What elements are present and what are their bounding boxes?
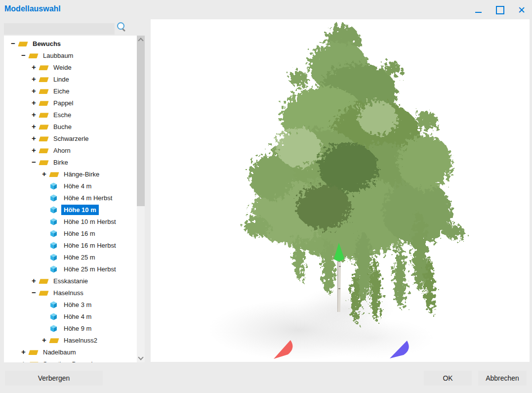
tree-item-höhe-3-m[interactable]: Höhe 3 m: [4, 299, 137, 310]
scrollbar-up-button[interactable]: [137, 36, 145, 44]
model-cube-icon: [50, 242, 58, 249]
minimize-button[interactable]: [471, 3, 486, 16]
window-controls: ✕: [471, 3, 529, 17]
chevron-down-icon: [138, 354, 143, 360]
tree-item-label: Höhe 3 m: [61, 300, 94, 310]
tree-scrollbar[interactable]: [137, 36, 145, 362]
model-cube-icon: [50, 194, 58, 201]
tree-item-label: Birke: [51, 157, 71, 168]
folder-icon: [39, 113, 48, 118]
maximize-button[interactable]: [492, 3, 507, 16]
folder-icon: [39, 89, 48, 94]
folder-icon: [39, 279, 48, 284]
tree-item-label: Höhe 25 m: [61, 252, 98, 262]
tree-item-höhe-4-m-herbst[interactable]: Höhe 4 m Herbst: [4, 192, 137, 204]
tree-item-label: Höhe 16 m: [61, 228, 98, 239]
folder-icon: [39, 125, 48, 130]
tree-item-label: Haselnuss2: [61, 335, 100, 346]
tree-item-label: Linde: [51, 74, 72, 85]
folder-icon: [18, 42, 28, 46]
scrollbar-thumb[interactable]: [137, 44, 145, 206]
tree-item-label: Haselnuss: [51, 288, 86, 298]
tree-item-laubbaum[interactable]: − Laubbaum: [4, 49, 137, 61]
folder-icon: [49, 172, 59, 177]
tree-item-haselnuss2[interactable]: + Haselnuss2: [4, 334, 137, 346]
model-cube-icon: [50, 265, 58, 272]
tree-item-label: Bewuchs: [30, 39, 63, 49]
tree-item-höhe-25-m-herbst[interactable]: Höhe 25 m Herbst: [4, 263, 137, 275]
model-cube-icon: [50, 230, 58, 237]
model-cube-icon: [50, 254, 58, 261]
tree-item-label: Höhe 10 m Herbst: [61, 217, 119, 227]
model-cube-icon: [50, 325, 58, 332]
tree-item-pappel[interactable]: + Pappel: [4, 97, 137, 109]
cancel-button[interactable]: Abbrechen: [478, 371, 527, 386]
tree-item-höhe-9-m[interactable]: Höhe 9 m: [4, 322, 137, 334]
tree-item-hänge-birke[interactable]: + Hänge-Birke: [4, 168, 137, 180]
search-icon[interactable]: [117, 22, 127, 32]
tree-item-label: Höhe 9 m: [61, 323, 94, 334]
model-tree-panel: − Bewuchs − Laubbaum + Weide + Linde + E…: [4, 36, 145, 362]
close-icon: ✕: [518, 5, 526, 15]
tree-item-höhe-16-m[interactable]: Höhe 16 m: [4, 227, 137, 239]
model-preview-3d: [151, 19, 530, 362]
folder-icon: [49, 338, 59, 343]
tree-item-label: Höhe 4 m Herbst: [61, 193, 115, 203]
tree-item-label: Eiche: [51, 86, 72, 96]
tree-item-höhe-10-m[interactable]: Höhe 10 m: [4, 204, 137, 216]
tree-item-label: Sonstiger Bewuchs: [41, 359, 100, 363]
tree-item-ahorn[interactable]: + Ahorn: [4, 144, 137, 156]
tree-item-label: Weide: [51, 62, 74, 73]
tree-item-höhe-4-m[interactable]: Höhe 4 m: [4, 180, 137, 192]
model-cube-icon: [50, 206, 58, 213]
tree-item-label: Schwarzerle: [51, 133, 91, 144]
tree-item-höhe-4-m[interactable]: Höhe 4 m: [4, 310, 137, 322]
close-button[interactable]: ✕: [514, 3, 529, 16]
tree-item-weide[interactable]: + Weide: [4, 61, 137, 73]
tree-item-schwarzerle[interactable]: + Schwarzerle: [4, 132, 137, 144]
tree-item-label: Hänge-Birke: [61, 169, 102, 179]
tree-item-höhe-10-m-herbst[interactable]: Höhe 10 m Herbst: [4, 216, 137, 227]
tree-item-label: Laubbaum: [41, 50, 76, 61]
tree-item-label: Höhe 10 m: [61, 205, 99, 215]
folder-icon: [39, 136, 48, 141]
tree-item-label: Höhe 25 m Herbst: [61, 264, 119, 274]
model-cube-icon: [50, 182, 58, 189]
tree-item-nadelbaum[interactable]: + Nadelbaum: [4, 346, 137, 358]
tree-item-bewuchs[interactable]: − Bewuchs: [4, 38, 137, 49]
tree-item-label: Höhe 16 m Herbst: [61, 240, 119, 251]
search-input[interactable]: [4, 23, 115, 35]
tree-item-label: Nadelbaum: [41, 347, 79, 357]
tree-item-höhe-16-m-herbst[interactable]: Höhe 16 m Herbst: [4, 239, 137, 251]
tree-item-haselnuss[interactable]: − Haselnuss: [4, 287, 137, 299]
tree-item-label: Ahorn: [51, 145, 73, 156]
expand-icon[interactable]: +: [21, 360, 29, 362]
folder-icon: [39, 291, 48, 296]
folder-icon: [39, 101, 48, 106]
dialog-title: Modellauswahl: [4, 4, 61, 13]
tree-item-birke[interactable]: − Birke: [4, 156, 137, 168]
tree-item-esskastanie[interactable]: + Esskastanie: [4, 275, 137, 287]
ok-button[interactable]: OK: [424, 371, 472, 386]
folder-icon: [28, 53, 38, 58]
tree-item-label: Buche: [51, 122, 74, 132]
tree-item-label: Esskastanie: [51, 276, 90, 286]
folder-icon: [39, 148, 48, 153]
maximize-icon: [496, 6, 504, 14]
folder-icon: [28, 350, 38, 355]
tree-item-höhe-25-m[interactable]: Höhe 25 m: [4, 251, 137, 263]
tree-item-label: Esche: [51, 110, 74, 120]
tree-item-buche[interactable]: + Buche: [4, 121, 137, 132]
tree-item-esche[interactable]: + Esche: [4, 109, 137, 121]
tree-item-linde[interactable]: + Linde: [4, 73, 137, 85]
tree-item-eiche[interactable]: + Eiche: [4, 85, 137, 97]
tree-item-label: Pappel: [51, 98, 76, 108]
model-preview-viewport[interactable]: [151, 19, 530, 362]
tree-foliage: [244, 25, 464, 323]
folder-icon: [39, 160, 48, 165]
hide-button[interactable]: Verbergen: [5, 371, 103, 386]
folder-icon: [39, 65, 48, 70]
scrollbar-down-button[interactable]: [137, 354, 145, 362]
tree-item-sonstiger-bewuchs[interactable]: + Sonstiger Bewuchs: [4, 358, 137, 362]
tree-item-label: Höhe 4 m: [61, 181, 94, 191]
